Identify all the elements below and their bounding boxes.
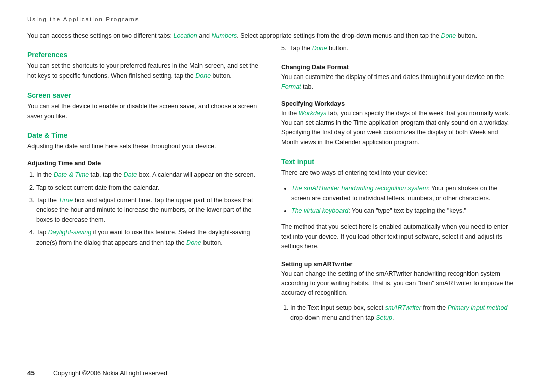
footer-copyright: Copyright ©2006 Nokia All right reserved: [53, 370, 167, 377]
step4-before: Tap: [36, 229, 48, 236]
intro-numbers-link: Numbers: [212, 32, 237, 39]
step5-text: 5. Tap the Done button.: [281, 44, 517, 53]
setup-step-1: In the Text input setup box, select smAR…: [290, 303, 517, 323]
changing-date-title: Changing Date Format: [281, 64, 517, 71]
page-footer: 45 Copyright ©2006 Nokia All right reser…: [27, 369, 517, 377]
intro-rest: . Select appropriate settings from the d…: [237, 32, 441, 39]
setup1-mid2: drop-down menu and then tap: [290, 314, 376, 321]
text-input-body: The method that you select here is enabl…: [281, 222, 517, 252]
page: Using the Application Programs You can a…: [0, 0, 544, 392]
specifying-workdays-title: Specifying Workdays: [281, 100, 517, 107]
setup1-link2: Primary input method: [448, 304, 508, 311]
setup1-before: In the Text input setup box, select: [290, 304, 385, 311]
step-2: Tap to select current date from the cale…: [36, 183, 263, 193]
sw-link: Workdays: [299, 110, 327, 117]
preferences-done-link: Done: [195, 72, 211, 80]
intro-mid: and: [197, 32, 212, 39]
changing-date-link: Format: [281, 83, 301, 90]
page-header: Using the Application Programs: [27, 16, 517, 22]
setup1-link1: smARTwriter: [385, 304, 421, 311]
bullet-1: The smARTwriter handwriting recognition …: [291, 184, 517, 203]
intro-paragraph: You can access these settings on two dif…: [27, 31, 517, 41]
text-input-bullets: The smARTwriter handwriting recognition …: [281, 184, 517, 219]
date-time-steps: In the Date & Time tab, tap the Date box…: [27, 170, 263, 251]
step3-link: Time: [58, 197, 73, 204]
step5-end: button.: [327, 45, 349, 52]
right-column: 5. Tap the Done button. Changing Date Fo…: [281, 44, 517, 363]
step2-text: Tap to select current date from the cale…: [36, 184, 159, 191]
intro-end: button.: [456, 32, 477, 39]
preferences-title: Preferences: [27, 51, 263, 59]
step1-end: box. A calendar will appear on the scree…: [137, 171, 255, 178]
step4-end: button.: [201, 239, 223, 246]
bullet-2: The virtual keyboard: You can "type" tex…: [291, 206, 517, 216]
setup1-end: .: [392, 314, 394, 321]
step1-mid: tab, tap the: [89, 171, 124, 178]
intro-done-link: Done: [441, 32, 456, 39]
left-column: Preferences You can set the shortcuts to…: [27, 44, 263, 363]
step-4: Tap Daylight-saving if you want to use t…: [36, 228, 263, 248]
preferences-body: You can set the shortcuts to your prefer…: [27, 61, 263, 81]
step-1: In the Date & Time tab, tap the Date box…: [36, 170, 263, 180]
preferences-body-end: button.: [211, 72, 232, 80]
step1-link1: Date & Time: [54, 171, 89, 178]
step-3: Tap the Time box and adjust current time…: [36, 196, 263, 225]
step5-number: 5. Tap the: [281, 45, 312, 52]
step5-done-link: Done: [312, 45, 327, 52]
step4-link2: Done: [186, 239, 201, 246]
bullet1-link: The smARTwriter handwriting recognition …: [291, 185, 428, 192]
step4-link1: Daylight-saving: [48, 229, 91, 236]
changing-date-before: You can customize the display of times a…: [281, 73, 504, 81]
intro-text-before: You can access these settings on two dif…: [27, 32, 173, 39]
changing-date-end: tab.: [301, 83, 313, 90]
step1-before: In the: [36, 171, 54, 178]
text-input-title: Text input: [281, 158, 517, 166]
setting-up-steps: In the Text input setup box, select smAR…: [281, 303, 517, 326]
bullet2-text: : You can "type" text by tapping the "ke…: [348, 207, 466, 214]
adjusting-time-title: Adjusting Time and Date: [27, 160, 263, 167]
screen-saver-title: Screen saver: [27, 91, 263, 99]
date-time-body: Adjusting the date and time here sets th…: [27, 142, 263, 151]
sw-before: In the: [281, 110, 299, 117]
step3-before: Tap the: [36, 197, 58, 204]
bullet2-link: The virtual keyboard: [291, 207, 348, 214]
setup1-link3: Setup: [376, 314, 392, 321]
setup1-mid: from the: [421, 304, 448, 311]
screen-saver-body: You can set the device to enable or disa…: [27, 102, 263, 121]
step1-link2: Date: [124, 171, 137, 178]
content-columns: Preferences You can set the shortcuts to…: [27, 44, 517, 363]
setting-up-title: Setting up smARTwriter: [281, 261, 517, 268]
page-number: 45: [27, 369, 39, 377]
changing-date-body: You can customize the display of times a…: [281, 72, 517, 92]
text-input-intro: There are two ways of entering text into…: [281, 168, 517, 178]
setting-up-body: You can change the setting of the smARTw…: [281, 269, 517, 298]
specifying-workdays-body: In the Workdays tab, you can specify the…: [281, 109, 517, 148]
date-time-title: Date & Time: [27, 131, 263, 139]
header-text: Using the Application Programs: [27, 16, 140, 22]
intro-location-link: Location: [173, 32, 197, 39]
